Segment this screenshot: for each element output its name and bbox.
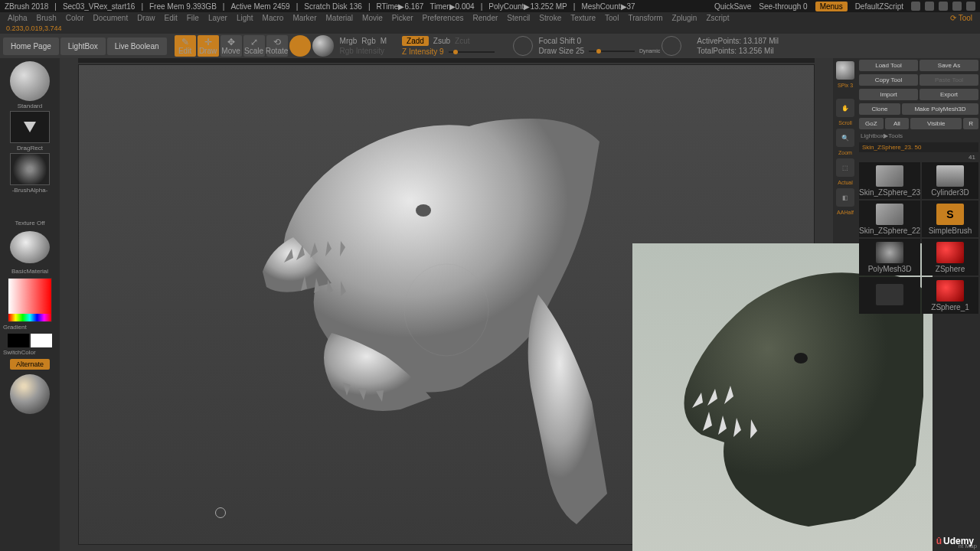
menu-light[interactable]: Light bbox=[234, 14, 256, 22]
scroll-button[interactable]: ✋ bbox=[836, 99, 854, 117]
menu-alpha[interactable]: Alpha bbox=[5, 14, 31, 22]
quicksave-button[interactable]: QuickSave bbox=[714, 2, 751, 11]
color-picker[interactable] bbox=[8, 278, 52, 322]
switchcolor-button[interactable]: SwitchColor bbox=[3, 349, 57, 356]
menu-transform[interactable]: Transform bbox=[625, 14, 665, 22]
menu-zscript[interactable]: Zscript bbox=[703, 14, 732, 22]
coordinates-readout: 0.233,0.019,3.744 bbox=[0, 23, 980, 34]
udemy-watermark: Udemy bbox=[936, 536, 974, 546]
edit-mode-button[interactable]: ✎Edit bbox=[175, 35, 196, 57]
menu-stencil[interactable]: Stencil bbox=[504, 14, 533, 22]
export-button[interactable]: Export bbox=[920, 89, 978, 100]
menu-draw[interactable]: Draw bbox=[134, 14, 158, 22]
menu-zplugin[interactable]: Zplugin bbox=[669, 14, 701, 22]
menu-color[interactable]: Color bbox=[63, 14, 87, 22]
menu-macro[interactable]: Macro bbox=[260, 14, 287, 22]
home-page-button[interactable]: Home Page bbox=[3, 37, 59, 55]
menu-picker[interactable]: Picker bbox=[389, 14, 416, 22]
goz-button[interactable]: GoZ bbox=[859, 118, 884, 129]
restore-icon[interactable] bbox=[952, 2, 962, 11]
gizmo-button[interactable] bbox=[289, 35, 311, 57]
lightbox-button[interactable]: LightBox bbox=[60, 37, 106, 55]
tool-item-7[interactable]: ZSphere_1 bbox=[922, 277, 978, 314]
zsub-toggle[interactable]: Zsub bbox=[433, 37, 450, 45]
spix-label[interactable]: SPix 3 bbox=[838, 83, 853, 88]
tool-item-2[interactable]: Skin_ZSphere_22 bbox=[859, 201, 920, 237]
mrgb-toggle[interactable]: Mrgb bbox=[340, 37, 358, 45]
gradient-label[interactable]: Gradient bbox=[3, 324, 57, 331]
focal-shift-widget[interactable] bbox=[513, 36, 533, 56]
swatch-black[interactable] bbox=[8, 334, 29, 347]
draw-size-slider[interactable]: Draw Size 25 bbox=[539, 47, 584, 55]
svg-point-2 bbox=[794, 353, 808, 364]
tool-name-input[interactable]: Skin_ZSphere_23. 50 bbox=[859, 142, 978, 152]
stroke-selector[interactable] bbox=[10, 111, 50, 143]
sculpt-model[interactable] bbox=[194, 96, 622, 524]
menus-button[interactable]: Menus bbox=[815, 2, 848, 11]
minimize-icon[interactable] bbox=[939, 2, 948, 11]
menu-file[interactable]: File bbox=[184, 14, 202, 22]
m-toggle[interactable]: M bbox=[381, 37, 387, 45]
load-tool-button[interactable]: Load Tool bbox=[859, 60, 918, 71]
menu-material[interactable]: Material bbox=[323, 14, 357, 22]
menu-render[interactable]: Render bbox=[470, 14, 501, 22]
swatch-white[interactable] bbox=[31, 334, 52, 347]
scale-mode-button[interactable]: ⤢Scale bbox=[243, 35, 265, 57]
fullscreen-icon[interactable] bbox=[911, 2, 920, 11]
hide-icon[interactable] bbox=[925, 2, 934, 11]
paste-tool-button[interactable]: Paste Tool bbox=[920, 74, 978, 86]
alternate-button[interactable]: Alternate bbox=[10, 359, 50, 370]
rotate-mode-button[interactable]: ⟲Rotate bbox=[266, 35, 288, 57]
sculptris-button[interactable] bbox=[312, 35, 334, 57]
texture-selector[interactable] bbox=[10, 231, 50, 263]
menu-tool[interactable]: Tool bbox=[602, 14, 622, 22]
tool-item-6[interactable] bbox=[859, 277, 920, 314]
menu-edit[interactable]: Edit bbox=[162, 14, 181, 22]
zadd-toggle[interactable]: Zadd bbox=[402, 36, 429, 46]
seethrough-slider[interactable]: See-through 0 bbox=[759, 2, 807, 11]
menu-brush[interactable]: Brush bbox=[34, 14, 60, 22]
menu-texture[interactable]: Texture bbox=[567, 14, 599, 22]
zcut-toggle[interactable]: Zcut bbox=[455, 37, 469, 45]
tool-item-4[interactable]: PolyMesh3D bbox=[859, 239, 920, 276]
tool-item-1[interactable]: Cylinder3D bbox=[922, 162, 978, 199]
menu-movie[interactable]: Movie bbox=[359, 14, 386, 22]
defaultzscript-button[interactable]: DefaultZScript bbox=[855, 2, 903, 11]
goz-visible-button[interactable]: Visible bbox=[910, 118, 962, 129]
close-icon[interactable] bbox=[966, 2, 975, 11]
material-sphere[interactable] bbox=[10, 374, 50, 414]
clone-button[interactable]: Clone bbox=[859, 103, 900, 115]
copy-tool-button[interactable]: Copy Tool bbox=[859, 74, 918, 86]
goz-r-button[interactable]: R bbox=[963, 118, 978, 129]
tool-item-0[interactable]: Skin_ZSphere_23 bbox=[859, 162, 920, 199]
save-as-button[interactable]: Save As bbox=[920, 60, 978, 71]
move-mode-button[interactable]: ✥Move bbox=[220, 35, 242, 57]
import-button[interactable]: Import bbox=[859, 89, 918, 100]
brush-selector[interactable] bbox=[10, 61, 50, 101]
draw-mode-button[interactable]: ✛Draw bbox=[198, 35, 219, 57]
hue-strip[interactable] bbox=[8, 314, 51, 321]
menu-stroke[interactable]: Stroke bbox=[536, 14, 564, 22]
tool-item-5[interactable]: ZSphere bbox=[922, 239, 978, 276]
goz-all-button[interactable]: All bbox=[885, 118, 910, 129]
menu-document[interactable]: Document bbox=[90, 14, 132, 22]
make-polymesh-button[interactable]: Make PolyMesh3D bbox=[902, 103, 978, 115]
menu-preferences[interactable]: Preferences bbox=[420, 14, 467, 22]
tool-header-right[interactable]: ⟳ Tool bbox=[947, 14, 975, 22]
aahalf-button[interactable]: ◧ bbox=[836, 188, 854, 207]
actual-button[interactable]: ⬚ bbox=[836, 158, 854, 177]
rgb-toggle[interactable]: Rgb bbox=[361, 37, 375, 45]
lightbox-tools-label[interactable]: Lightbox▶Tools bbox=[858, 131, 980, 141]
zoom-button[interactable]: 🔍 bbox=[836, 129, 854, 147]
z-intensity-slider[interactable]: Z Intensity 9 bbox=[402, 47, 443, 56]
rgb-intensity-slider[interactable]: Rgb Intensity bbox=[340, 47, 384, 55]
bpr-button[interactable] bbox=[836, 61, 854, 80]
dynamic-toggle[interactable]: Dynamic bbox=[639, 48, 660, 54]
live-boolean-button[interactable]: Live Boolean bbox=[107, 37, 167, 55]
alpha-selector[interactable] bbox=[10, 153, 50, 185]
tool-item-3[interactable]: SSimpleBrush bbox=[922, 201, 978, 237]
focal-shift-label: Focal Shift 0 bbox=[539, 37, 582, 45]
menu-marker[interactable]: Marker bbox=[289, 14, 319, 22]
menu-layer[interactable]: Layer bbox=[205, 14, 230, 22]
draw-size-widget[interactable] bbox=[662, 36, 681, 56]
